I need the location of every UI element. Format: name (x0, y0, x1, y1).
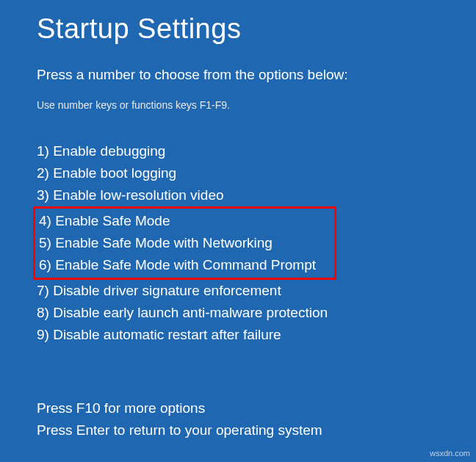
footer: Press F10 for more options Press Enter t… (37, 397, 439, 441)
watermark: wsxdn.com (430, 449, 470, 458)
options-list: 1) Enable debugging 2) Enable boot loggi… (37, 140, 439, 346)
instruction-text: Press a number to choose from the option… (37, 67, 439, 83)
option-3[interactable]: 3) Enable low-resolution video (37, 184, 439, 206)
option-1[interactable]: 1) Enable debugging (37, 140, 439, 162)
page-title: Startup Settings (37, 13, 439, 45)
option-8[interactable]: 8) Disable early launch anti-malware pro… (37, 302, 439, 324)
option-9[interactable]: 9) Disable automatic restart after failu… (37, 324, 439, 346)
option-7[interactable]: 7) Disable driver signature enforcement (37, 280, 439, 302)
option-5[interactable]: 5) Enable Safe Mode with Networking (37, 232, 331, 254)
option-2[interactable]: 2) Enable boot logging (37, 162, 439, 184)
return-text: Press Enter to return to your operating … (37, 419, 439, 441)
option-4[interactable]: 4) Enable Safe Mode (37, 210, 331, 232)
more-options-text: Press F10 for more options (37, 397, 439, 419)
hint-text: Use number keys or functions keys F1-F9. (37, 99, 439, 111)
option-6[interactable]: 6) Enable Safe Mode with Command Prompt (37, 254, 331, 276)
highlight-annotation: 4) Enable Safe Mode 5) Enable Safe Mode … (33, 206, 336, 280)
